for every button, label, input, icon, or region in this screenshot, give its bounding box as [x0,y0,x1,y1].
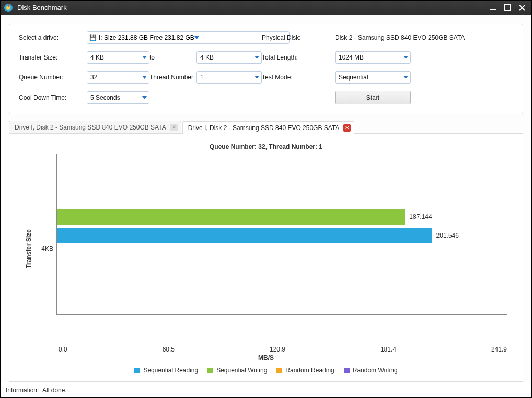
legend-swatch [207,368,213,373]
chart-pane: Queue Number: 32, Thread Number: 1 Trans… [9,134,523,382]
legend: Sequential ReadingSequential WritingRand… [25,367,507,374]
window-title: Disk Benchmark [17,4,484,11]
tab-result-2[interactable]: Drive I, Disk 2 - Samsung SSD 840 EVO 25… [182,121,355,134]
x-tick-label: 60.5 [163,346,175,353]
x-tick-label: 0.0 [59,346,67,353]
chevron-down-icon [140,76,149,79]
chevron-down-icon [252,56,261,59]
titlebar: Disk Benchmark [1,1,531,15]
tab-label: Drive I, Disk 2 - Samsung SSD 840 EVO 25… [15,124,166,131]
svg-marker-12 [255,76,259,79]
x-tick-label: 181.4 [380,346,396,353]
svg-marker-7 [194,36,199,39]
svg-marker-14 [142,96,147,99]
tab-close-icon[interactable]: ✕ [343,124,351,132]
status-bar: Information: All done. [1,382,531,397]
bar-value-label: 187.144 [409,213,432,220]
total-length-value: 1024 MB [336,54,401,61]
svg-rect-3 [490,9,496,10]
svg-rect-4 [504,5,511,11]
legend-label: Sequential Reading [143,367,198,374]
y-axis-label: Transfer Size [25,229,32,268]
cooldown-value: 5 Seconds [87,94,140,101]
legend-item: Random Writing [344,367,398,374]
transfer-to-select[interactable]: 4 KB [196,51,262,64]
svg-marker-11 [142,76,147,79]
svg-marker-10 [403,56,408,59]
test-mode-value: Sequential [336,74,401,81]
transfer-from-value: 4 KB [87,54,140,61]
svg-rect-2 [8,4,9,7]
y-tick-label: 4KB [36,245,56,252]
chevron-down-icon [252,76,261,79]
queue-number-value: 32 [87,74,140,81]
legend-item: Random Reading [276,367,334,374]
drive-icon: 💾 [89,34,97,41]
physical-disk-value: Disk 2 - Samsung SSD 840 EVO 250GB SATA [335,34,411,41]
close-button[interactable] [516,3,528,13]
x-axis-label: MB/S [25,354,507,361]
chevron-down-icon [140,56,149,59]
status-value: All done. [42,387,67,394]
chevron-down-icon [140,96,149,99]
drive-select[interactable]: 💾 I: Size 231.88 GB Free 231.82 GB [87,31,290,44]
chevron-down-icon [401,76,410,79]
legend-label: Random Reading [285,367,334,374]
app-icon [4,3,13,13]
thread-number-select[interactable]: 1 [196,71,262,84]
cooldown-select[interactable]: 5 Seconds [87,91,149,104]
maximize-button[interactable] [501,3,514,13]
legend-label: Random Writing [353,367,398,374]
to-label: to [149,54,196,61]
transfer-size-label: Transfer Size: [19,54,87,61]
bar-value-label: 201.546 [436,232,459,239]
test-mode-label: Test Mode: [262,74,335,81]
status-label: Information: [6,387,39,394]
minimize-button[interactable] [487,3,499,13]
svg-marker-8 [142,56,147,59]
x-tick-label: 120.9 [270,346,285,353]
thread-number-value: 1 [197,74,252,81]
total-length-select[interactable]: 1024 MB [335,51,411,64]
chart-bar [57,209,405,225]
total-length-label: Total Length: [262,54,335,61]
tab-label: Drive I, Disk 2 - Samsung SSD 840 EVO 25… [188,124,340,132]
thread-number-label: Thread Number: [149,74,196,81]
config-panel: Select a drive: 💾 I: Size 231.88 GB Free… [9,24,523,114]
tab-result-1[interactable]: Drive I, Disk 2 - Samsung SSD 840 EVO 25… [9,121,181,133]
svg-marker-13 [403,76,408,79]
legend-item: Sequential Writing [207,367,267,374]
select-drive-label: Select a drive: [19,34,87,41]
test-mode-select[interactable]: Sequential [335,71,411,84]
physical-disk-label: Physical Disk: [262,34,335,41]
chevron-down-icon [194,36,199,39]
legend-item: Sequential Reading [134,367,198,374]
app-window: Disk Benchmark Select a drive: 💾 I: Size… [0,0,532,398]
legend-swatch [276,368,282,373]
transfer-to-value: 4 KB [197,54,252,61]
tab-close-icon[interactable]: ✕ [170,124,178,131]
legend-swatch [344,368,350,373]
x-tick-label: 241.9 [491,346,507,353]
drive-select-value: I: Size 231.88 GB Free 231.82 GB [99,34,194,41]
plot-area: 187.144201.546 [56,154,507,315]
legend-label: Sequential Writing [216,367,267,374]
tabs-row: Drive I, Disk 2 - Samsung SSD 840 EVO 25… [9,121,523,134]
chart-title: Queue Number: 32, Thread Number: 1 [25,143,507,150]
legend-swatch [134,368,140,373]
cooldown-label: Cool Down Time: [19,94,87,101]
transfer-from-select[interactable]: 4 KB [87,51,149,64]
chart-bar [57,228,432,243]
x-ticks: 0.060.5120.9181.4241.9 [59,346,507,353]
chevron-down-icon [401,56,410,59]
queue-number-label: Queue Number: [19,74,87,81]
start-button[interactable]: Start [335,91,411,104]
svg-marker-9 [255,56,259,59]
content-area: Select a drive: 💾 I: Size 231.88 GB Free… [1,15,531,382]
queue-number-select[interactable]: 32 [87,71,149,84]
